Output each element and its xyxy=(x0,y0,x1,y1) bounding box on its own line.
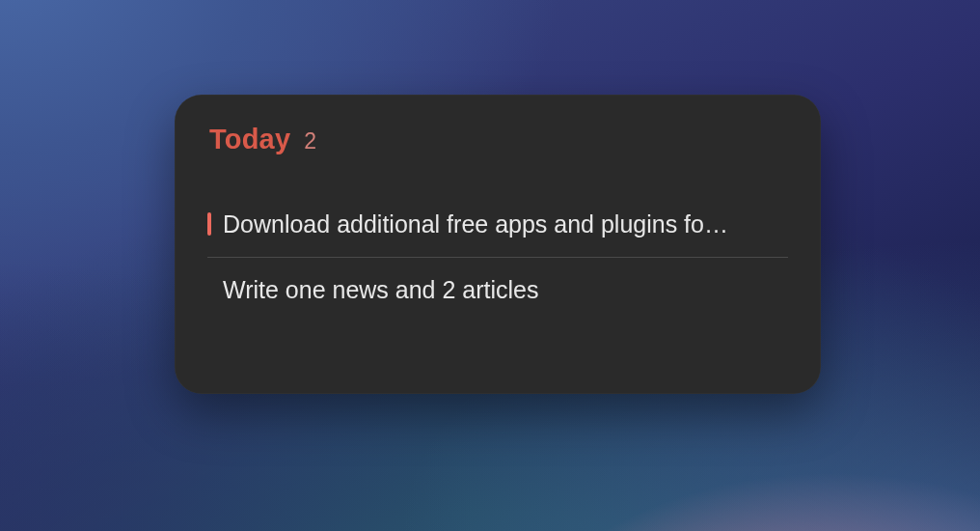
reminders-today-widget[interactable]: Today 2 Download additional free apps an… xyxy=(175,95,821,394)
task-label: Download additional free apps and plugin… xyxy=(223,210,728,238)
widget-task-count: 2 xyxy=(304,128,316,154)
task-label: Write one news and 2 articles xyxy=(223,276,538,303)
widget-title: Today xyxy=(209,124,290,155)
task-item[interactable]: Write one news and 2 articles xyxy=(207,257,788,322)
task-list: Download additional free apps and plugin… xyxy=(207,192,788,321)
priority-indicator-icon xyxy=(207,212,211,236)
widget-header: Today 2 xyxy=(207,124,788,155)
task-item[interactable]: Download additional free apps and plugin… xyxy=(207,192,788,257)
